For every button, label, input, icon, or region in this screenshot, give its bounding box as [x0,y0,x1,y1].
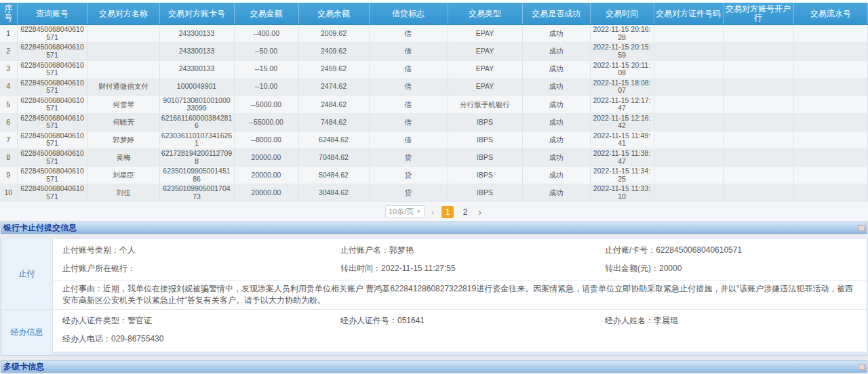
column-header: 交易金额 [234,3,298,25]
table-cell: --400.00 [234,25,298,43]
table-cell: 6216611600003842816 [159,113,234,131]
table-cell: IBPS [448,149,522,167]
field-account-name: 止付账户名：郭梦艳 [340,245,605,256]
table-cell: 贷 [369,167,448,184]
table-cell: 借 [369,60,448,78]
table-cell: 借 [369,25,448,43]
table-row[interactable]: 66228450068040610571何晓芳62166116000038428… [0,113,868,131]
table-row[interactable]: 46228450068040610571财付通微信支付1000049901--1… [0,78,868,96]
table-cell [793,131,868,148]
table-cell: IBPS [448,167,522,184]
field-account-bank: 止付账户所在银行： [62,263,340,274]
table-cell [723,60,793,78]
field-transfer-amount: 转出金额(元)：20000 [605,263,867,274]
panel-corner-icon[interactable] [859,225,865,231]
table-row[interactable]: 86228450068040610571黄梅621728194200112709… [0,149,868,167]
group-label-jingban: 经办信息 [1,310,53,355]
table-cell [793,78,868,96]
table-cell: 何晓芳 [87,113,159,131]
table-row[interactable]: 16228450068040610571243300133--400.00200… [0,25,868,43]
table-cell [723,96,793,113]
table-cell: 7484.62 [298,113,369,131]
table-cell: 6217281942001127098 [159,149,234,167]
table-cell: 2459.62 [298,60,369,78]
table-cell: 1000049901 [159,78,234,96]
page-button-1[interactable]: 1 [441,206,454,218]
table-row[interactable]: 106228450068040610571刘佳62350109905001704… [0,184,868,202]
table-cell: --50.00 [234,43,298,60]
stop-payment-group: 止付 止付账号类别：个人 止付账户名：郭梦艳 止付账/卡号：6228450068… [1,239,867,309]
table-cell [654,113,723,131]
handler-info-group: 经办信息 经办人证件类型：警官证 经办人证件号：051641 经办人姓名：李晨琨… [1,310,867,355]
table-cell [793,113,868,131]
column-header: 交易余额 [298,3,369,25]
multi-card-section: 多级卡信息 序号级别止付类型所属机构账号余额止付结果录入人录入单位录入时间 1一… [0,360,868,374]
table-cell: EPAY [448,43,522,60]
table-cell [654,60,723,78]
table-cell: 刘佳 [87,184,159,202]
table-cell: --10.00 [234,78,298,96]
table-cell [793,43,868,60]
stop-payment-reason: 止付事由：近期，我单位在接报刘妮被骗警情中，发现涉案人员利用贵单位相关账户 曹鸿… [53,280,867,308]
table-cell: IBPS [448,113,522,131]
table-cell: 6 [0,113,17,131]
table-cell: 2022-11-15 20:16:28 [590,25,654,43]
column-header: 借贷标志 [369,3,448,25]
table-cell: 借 [369,96,448,113]
column-header: 交易对方账卡号 [159,3,234,25]
field-card-number: 止付账/卡号：6228450068040610571 [605,245,867,256]
table-cell: 6228450068040610571 [17,131,87,148]
table-cell: 借 [369,113,448,131]
table-row[interactable]: 96228450068040610571刘星臣62350109905001451… [0,167,868,184]
chevron-down-icon: ▼ [416,209,421,215]
table-cell: 6228450068040610571 [17,167,87,184]
table-cell: 6228450068040610571 [17,78,87,96]
table-cell [793,184,868,202]
table-cell: 2022-11-15 20:15:59 [590,43,654,60]
table-cell: 6235010990500170473 [159,184,234,202]
next-page-button[interactable]: › [477,207,483,217]
table-cell: 6228450068040610571 [17,184,87,202]
table-cell: 9010713080100100033099 [159,96,234,113]
table-cell: 成功 [522,78,590,96]
table-cell: 成功 [522,167,590,184]
field-handler-id-type: 经办人证件类型：警官证 [62,315,340,327]
panel-corner-icon[interactable] [859,364,865,370]
table-cell: 成功 [522,113,590,131]
field-handler-phone: 经办人电话：029-86755430 [62,333,340,345]
prev-page-button[interactable]: ‹ [430,207,436,217]
table-cell: 贷 [369,149,448,167]
table-cell: --55000.00 [234,113,298,131]
table-cell: 成功 [522,25,590,43]
page-size-value: 10条/页 [389,207,414,217]
column-header: 序号 [0,3,17,25]
page-button-2[interactable]: 2 [459,206,471,218]
field-handler-name: 经办人姓名：李晨琨 [605,315,867,327]
table-row[interactable]: 76228450068040610571郭梦婷62303611010734162… [0,131,868,148]
table-cell: IBPS [448,184,522,202]
table-cell [793,25,868,43]
table-row[interactable]: 36228450068040610571243300133--15.002459… [0,60,868,78]
table-cell: 9 [0,167,17,184]
table-row[interactable]: 56228450068040610571何雪琴90107130801001000… [0,96,868,113]
column-header: 查询账号 [17,3,87,25]
table-cell [723,25,793,43]
table-cell [793,60,868,78]
table-cell: 何雪琴 [87,96,159,113]
page-size-select[interactable]: 10条/页 ▼ [385,205,425,218]
multi-card-title-text: 多级卡信息 [3,362,44,371]
field-account-type: 止付账号类别：个人 [62,245,340,256]
table-cell: 243300133 [159,25,234,43]
table-cell [793,149,868,167]
table-cell: 243300133 [159,60,234,78]
multi-card-section-title: 多级卡信息 [1,360,867,373]
table-cell: --5000.00 [234,96,298,113]
table-cell: EPAY [448,60,522,78]
table-cell [723,78,793,96]
table-cell [723,43,793,60]
table-row[interactable]: 26228450068040610571243300133--50.002409… [0,43,868,60]
table-cell: 郭梦婷 [87,131,159,148]
table-cell: 6228450068040610571 [17,96,87,113]
group-label-zhifu: 止付 [1,239,53,308]
table-cell: 成功 [522,43,590,60]
